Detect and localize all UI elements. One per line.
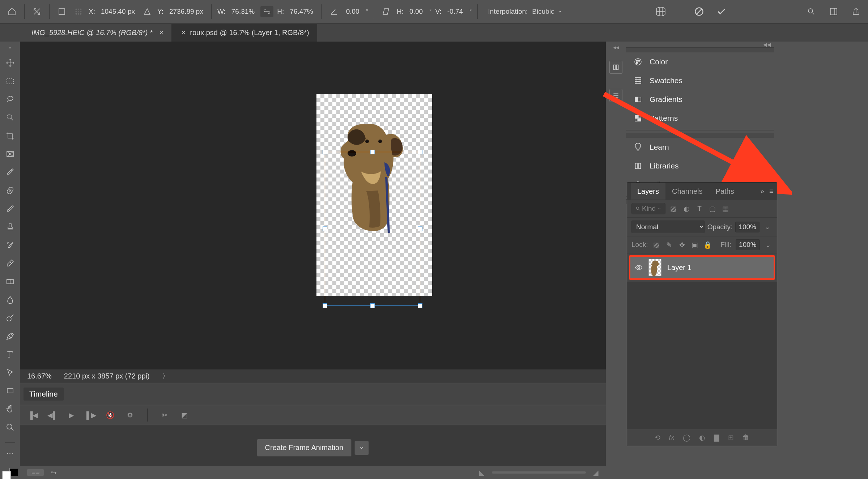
link-wh-icon[interactable] <box>260 6 273 17</box>
mask-icon[interactable]: ◯ <box>683 433 690 442</box>
panel-item-color[interactable]: Color <box>626 52 774 71</box>
layer-filter-kind[interactable]: Kind <box>631 203 665 214</box>
cancel-icon[interactable] <box>693 5 706 18</box>
type-tool[interactable] <box>4 350 17 359</box>
lock-all-icon[interactable]: 🔒 <box>703 241 712 249</box>
play-icon[interactable]: ▶ <box>67 411 76 419</box>
filter-pixel-icon[interactable]: ▨ <box>668 205 678 213</box>
fill-value[interactable]: 100% <box>736 239 760 250</box>
reference-point-icon[interactable] <box>55 5 68 18</box>
panel-item-learn[interactable]: Learn <box>626 138 774 157</box>
prev-frame-icon[interactable]: ◀▌ <box>47 411 56 419</box>
panel-item-libraries[interactable]: Libraries <box>626 157 774 175</box>
layers-tab[interactable]: Layers <box>631 183 665 200</box>
next-frame-icon[interactable]: ▌▶ <box>86 411 95 419</box>
move-tool[interactable] <box>4 58 17 68</box>
stamp-tool[interactable] <box>4 222 17 231</box>
edit-toolbar-icon[interactable]: ⋯ <box>4 449 17 458</box>
eyedropper-tool[interactable] <box>4 167 17 177</box>
canvas[interactable] <box>20 42 606 369</box>
transform-handle[interactable] <box>323 227 327 231</box>
fill-dropdown-icon[interactable]: ⌄ <box>764 241 773 249</box>
reference-grid-icon[interactable] <box>72 5 85 18</box>
first-frame-icon[interactable]: ▐◀ <box>28 411 37 419</box>
panel-menu-icon[interactable]: ≡ <box>769 187 773 195</box>
blend-mode-dropdown[interactable]: Normal <box>631 221 705 233</box>
eraser-tool[interactable] <box>4 258 17 268</box>
brush-tool[interactable] <box>4 204 17 213</box>
shape-tool[interactable] <box>4 386 17 395</box>
settings-icon[interactable]: ⚙ <box>125 411 134 419</box>
transform-handle[interactable] <box>323 150 327 154</box>
transition-icon[interactable]: ◩ <box>180 411 189 419</box>
collapse-icon[interactable]: ◀◀ <box>763 42 771 47</box>
panel-item-swatches[interactable]: Swatches <box>626 71 774 90</box>
search-icon[interactable] <box>805 5 818 18</box>
close-tab-icon[interactable]: × <box>182 29 186 37</box>
visibility-icon[interactable] <box>635 264 643 271</box>
paths-tab[interactable]: Paths <box>709 183 741 200</box>
lock-paint-icon[interactable]: ✎ <box>665 241 673 249</box>
fx-icon[interactable]: fx <box>669 433 675 441</box>
create-frame-animation-button[interactable]: Create Frame Animation <box>257 439 352 457</box>
history-panel-icon[interactable] <box>609 61 622 74</box>
crop-tool[interactable] <box>4 131 17 141</box>
interpolation-dropdown[interactable]: Bicubic <box>532 8 562 16</box>
workspace-icon[interactable] <box>827 5 840 18</box>
h-value[interactable]: 76.47% <box>288 7 315 17</box>
tl-handle-right-icon[interactable]: ◢ <box>593 469 599 477</box>
zoom-level[interactable]: 16.67% <box>27 372 52 380</box>
filter-adjust-icon[interactable]: ◐ <box>681 205 692 213</box>
x-value[interactable]: 1045.40 px <box>99 7 137 17</box>
document-tab-2[interactable]: × roux.psd @ 16.7% (Layer 1, RGB/8*) <box>171 24 317 42</box>
marquee-tool[interactable] <box>4 76 17 86</box>
layer-row[interactable]: Layer 1 <box>629 255 775 280</box>
frame-tool[interactable] <box>4 149 17 159</box>
mute-icon[interactable]: 🔇 <box>106 411 115 419</box>
dodge-tool[interactable] <box>4 313 17 322</box>
filter-smart-icon[interactable]: ▦ <box>720 205 731 213</box>
share-icon[interactable] <box>850 5 863 18</box>
transform-handle[interactable] <box>418 150 422 154</box>
hand-tool[interactable] <box>4 404 17 414</box>
properties-panel-icon[interactable] <box>609 89 622 102</box>
filter-type-icon[interactable]: T <box>694 205 705 213</box>
split-icon[interactable]: ✂ <box>161 411 169 419</box>
panel-item-gradients[interactable]: Gradients <box>626 90 774 109</box>
transform-handle[interactable] <box>370 303 375 308</box>
layer-name[interactable]: Layer 1 <box>667 264 692 272</box>
layer-thumbnail[interactable] <box>648 259 661 276</box>
transform-handle[interactable] <box>323 303 327 308</box>
mini-timeline-icon[interactable]: ▭▭ <box>27 469 44 476</box>
panel-item-patterns[interactable]: Patterns <box>626 109 774 128</box>
document-tab-1[interactable]: IMG_5928.HEIC @ 16.7% (RGB/8*) * × <box>24 24 171 42</box>
home-icon[interactable] <box>5 5 18 18</box>
w-value[interactable]: 76.31% <box>229 7 257 17</box>
healing-brush-tool[interactable] <box>4 186 17 195</box>
animation-type-dropdown[interactable] <box>354 441 369 455</box>
quick-select-tool[interactable] <box>4 113 17 122</box>
transform-handle[interactable] <box>418 227 422 231</box>
warp-icon[interactable] <box>654 5 667 18</box>
filter-shape-icon[interactable]: ▢ <box>707 205 718 213</box>
delete-layer-icon[interactable]: 🗑 <box>743 433 749 441</box>
link-layers-icon[interactable]: ⟲ <box>655 433 660 442</box>
transform-reference-icon[interactable] <box>30 5 43 18</box>
zoom-tool[interactable] <box>4 423 17 432</box>
group-icon[interactable]: ▇ <box>714 433 719 442</box>
gradient-tool[interactable] <box>4 277 17 286</box>
opacity-value[interactable]: 100% <box>735 222 760 232</box>
timeline-zoom-slider[interactable] <box>492 471 586 474</box>
lock-artboard-icon[interactable]: ▣ <box>690 241 699 249</box>
blur-tool[interactable] <box>4 295 17 304</box>
adjustment-layer-icon[interactable]: ◐ <box>699 433 705 442</box>
lasso-tool[interactable] <box>4 95 17 104</box>
convert-icon[interactable]: ↪ <box>51 469 57 477</box>
angle-value[interactable]: 0.00 <box>344 7 362 17</box>
commit-icon[interactable] <box>715 5 728 18</box>
color-swatches[interactable] <box>4 469 16 479</box>
collapse-panel-icon[interactable]: » <box>760 187 764 195</box>
opacity-dropdown-icon[interactable]: ⌄ <box>762 223 773 231</box>
channels-tab[interactable]: Channels <box>665 183 709 200</box>
transform-bounding-box[interactable] <box>325 152 420 306</box>
